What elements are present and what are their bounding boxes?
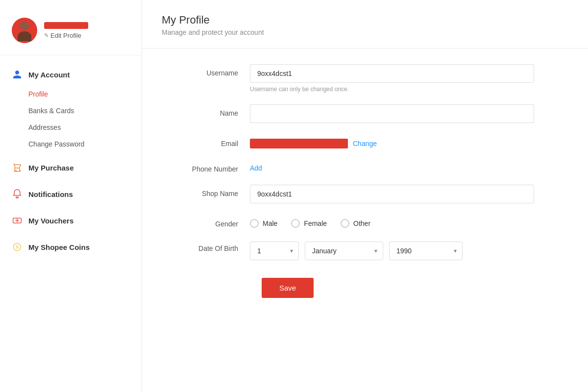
my-account-label: My Account	[28, 71, 70, 79]
nav-section-vouchers: My Vouchers	[0, 209, 142, 232]
shop-name-row: Shop Name	[172, 185, 559, 203]
sidebar-item-change-password[interactable]: Change Password	[28, 136, 142, 152]
sidebar-item-profile[interactable]: Profile	[28, 86, 142, 102]
my-vouchers-label: My Vouchers	[28, 217, 74, 225]
sidebar-nav: My Account Profile Banks & Cards Address…	[0, 55, 142, 258]
dob-month-wrapper: JanuaryFebruaryMarchApril MayJuneJulyAug…	[305, 242, 383, 260]
svg-text:S: S	[16, 245, 19, 249]
email-field: Change	[250, 135, 534, 148]
name-field	[250, 104, 534, 123]
sidebar-item-my-purchase[interactable]: My Purchase	[0, 156, 142, 179]
save-button[interactable]: Save	[262, 278, 314, 298]
sidebar-item-my-account[interactable]: My Account	[0, 63, 142, 86]
email-label: Email	[172, 135, 250, 147]
phone-row: Phone Number Add	[172, 160, 559, 173]
gender-male-label: Male	[263, 220, 277, 227]
sidebar-item-notifications[interactable]: Notifications	[0, 183, 142, 205]
dob-year-select[interactable]: 1990199119921993 1989198519802000	[389, 242, 463, 260]
nav-section-purchase: My Purchase	[0, 156, 142, 179]
edit-profile-label: Edit Profile	[50, 32, 81, 39]
username-field: Username can only be changed once.	[250, 64, 534, 93]
email-redacted	[250, 139, 348, 148]
dob-selects: 12345 678910 1112131415 1617181920 21222…	[250, 240, 534, 260]
shop-name-input[interactable]	[250, 185, 534, 203]
name-row: Name	[172, 104, 559, 123]
purchase-icon	[12, 162, 23, 173]
bell-icon	[12, 189, 23, 199]
main-content: My Profile Manage and protect your accou…	[142, 0, 588, 392]
sidebar-item-addresses[interactable]: Addresses	[28, 119, 142, 136]
radio-other	[341, 219, 349, 228]
dob-day-wrapper: 12345 678910 1112131415 1617181920 21222…	[250, 242, 299, 260]
coin-icon: S	[12, 242, 23, 252]
avatar	[12, 18, 37, 43]
dob-field: 12345 678910 1112131415 1617181920 21222…	[250, 240, 534, 260]
my-purchase-label: My Purchase	[28, 164, 74, 172]
phone-field: Add	[250, 160, 534, 172]
name-label: Name	[172, 104, 250, 117]
gender-options: Male Female Other	[250, 215, 534, 228]
username-hint: Username can only be changed once.	[250, 86, 534, 93]
dob-row: Date Of Birth 12345 678910 1112131415 16…	[172, 240, 559, 260]
account-sub-items: Profile Banks & Cards Addresses Change P…	[0, 86, 142, 152]
dob-year-wrapper: 1990199119921993 1989198519802000 ▾	[389, 242, 463, 260]
username-input[interactable]	[250, 64, 534, 83]
sidebar: ✎ Edit Profile My Account Profile Banks …	[0, 0, 142, 392]
page-header: My Profile Manage and protect your accou…	[142, 0, 588, 49]
nav-section-account: My Account Profile Banks & Cards Address…	[0, 63, 142, 152]
gender-other[interactable]: Other	[341, 219, 370, 228]
sidebar-item-banks-cards[interactable]: Banks & Cards	[28, 102, 142, 119]
person-icon	[12, 69, 23, 80]
page-title: My Profile	[162, 14, 568, 26]
gender-female-label: Female	[304, 220, 327, 227]
notifications-label: Notifications	[28, 190, 73, 198]
profile-name-redacted	[44, 22, 88, 29]
email-change-link[interactable]: Change	[353, 140, 377, 147]
gender-female[interactable]: Female	[291, 219, 327, 228]
gender-male[interactable]: Male	[250, 219, 277, 228]
phone-label: Phone Number	[172, 160, 250, 173]
save-row: Save	[172, 272, 559, 298]
shop-name-field	[250, 185, 534, 203]
profile-form: Username Username can only be changed on…	[142, 49, 588, 318]
name-input[interactable]	[250, 104, 534, 123]
dob-day-select[interactable]: 12345 678910 1112131415 1617181920 21222…	[250, 242, 299, 260]
profile-header: ✎ Edit Profile	[0, 10, 142, 55]
pencil-icon: ✎	[44, 32, 49, 39]
username-row: Username Username can only be changed on…	[172, 64, 559, 93]
shopee-coins-label: My Shopee Coins	[28, 243, 90, 251]
edit-profile-link[interactable]: ✎ Edit Profile	[44, 32, 88, 39]
sidebar-item-shopee-coins[interactable]: S My Shopee Coins	[0, 236, 142, 258]
phone-add-link[interactable]: Add	[250, 160, 262, 172]
profile-info: ✎ Edit Profile	[44, 22, 88, 39]
gender-field: Male Female Other	[250, 215, 534, 228]
gender-row: Gender Male Female Other	[172, 215, 559, 228]
shop-name-label: Shop Name	[172, 185, 250, 197]
email-value-row: Change	[250, 135, 534, 148]
gender-other-label: Other	[353, 220, 370, 227]
dob-month-select[interactable]: JanuaryFebruaryMarchApril MayJuneJulyAug…	[305, 242, 383, 260]
nav-section-coins: S My Shopee Coins	[0, 236, 142, 258]
nav-section-notifications: Notifications	[0, 183, 142, 205]
dob-label: Date Of Birth	[172, 240, 250, 252]
email-row: Email Change	[172, 135, 559, 148]
voucher-icon	[12, 215, 23, 226]
sidebar-item-my-vouchers[interactable]: My Vouchers	[0, 209, 142, 232]
username-label: Username	[172, 64, 250, 77]
radio-female	[291, 219, 300, 228]
gender-label: Gender	[172, 215, 250, 228]
radio-male	[250, 219, 259, 228]
page-subtitle: Manage and protect your account	[162, 28, 568, 36]
